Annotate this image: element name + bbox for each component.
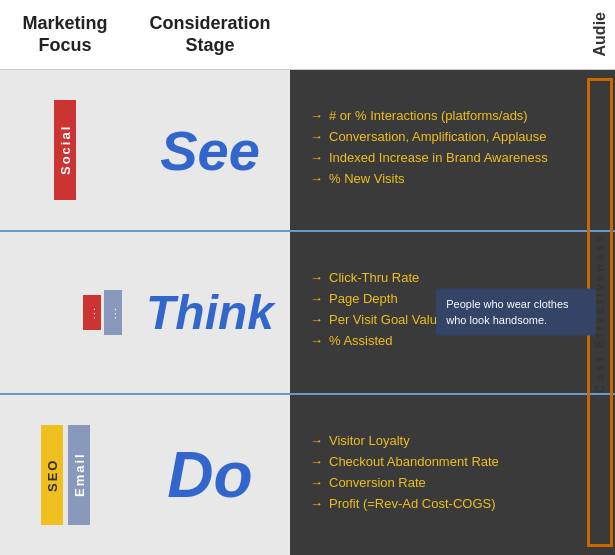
metric-think-2: Page Depth (310, 291, 444, 306)
marketing-col-think: ... ... (0, 232, 130, 392)
header-col1: Marketing Focus (0, 0, 130, 69)
marketing-col-see: Social (0, 70, 130, 230)
header-col4: Audie (585, 0, 615, 69)
metric-see-3: Indexed Increase in Brand Awareness (310, 150, 548, 165)
metric-think-1: Click-Thru Rate (310, 270, 444, 285)
stage-label-do: Do (167, 438, 252, 512)
bracket-right-line (610, 78, 613, 547)
seo-box: SEO (41, 425, 63, 525)
row-do: SEO Email Do Visitor Loyalty Checkout Ab… (0, 395, 615, 555)
header: Marketing Focus Consideration Stage Audi… (0, 0, 615, 70)
tooltip-overlay: People who wear clothes who look handsom… (436, 289, 596, 336)
metric-see-1: # or % Interactions (platforms/ads) (310, 108, 548, 123)
metrics-list-do: Visitor Loyalty Checkout Abandonment Rat… (310, 433, 499, 517)
metric-think-3: Per Visit Goal Value (310, 312, 444, 327)
main-container: Marketing Focus Consideration Stage Audi… (0, 0, 615, 555)
row-think: ... ... Think Click-Thru Rate Page Depth… (0, 232, 615, 394)
small-blue-box-think: ... (104, 290, 122, 335)
header-col3 (290, 0, 585, 69)
bracket-top-cap (587, 78, 613, 81)
metrics-col-think: Click-Thru Rate Page Depth Per Visit Goa… (290, 232, 615, 392)
metrics-col-see: # or % Interactions (platforms/ads) Conv… (290, 70, 615, 230)
header-marketing-focus: Marketing Focus (22, 13, 107, 56)
header-audience: Audie (591, 12, 609, 56)
small-red-box-think: ... (83, 295, 101, 330)
stage-col-see: See (130, 70, 290, 230)
stage-label-see: See (160, 118, 260, 183)
metric-do-3: Conversion Rate (310, 475, 499, 490)
marketing-col-do: SEO Email (0, 395, 130, 555)
metric-think-4: % Assisted (310, 333, 444, 348)
stage-label-think: Think (146, 285, 274, 340)
metric-see-2: Conversation, Amplification, Applause (310, 129, 548, 144)
bracket-bottom-cap (587, 544, 613, 547)
metric-do-1: Visitor Loyalty (310, 433, 499, 448)
header-col2: Consideration Stage (130, 0, 290, 69)
metric-see-4: % New Visits (310, 171, 548, 186)
stage-col-do: Do (130, 395, 290, 555)
metric-do-2: Checkout Abandonment Rate (310, 454, 499, 469)
metrics-col-do: Visitor Loyalty Checkout Abandonment Rat… (290, 395, 615, 555)
social-box: Social (54, 100, 76, 200)
stage-col-think: Think (130, 232, 290, 392)
metrics-list-think: Click-Thru Rate Page Depth Per Visit Goa… (310, 270, 444, 354)
metrics-list-see: # or % Interactions (platforms/ads) Conv… (310, 108, 548, 192)
content-rows: Social See # or % Interactions (platform… (0, 70, 615, 555)
row-see: Social See # or % Interactions (platform… (0, 70, 615, 232)
header-consideration-stage: Consideration Stage (149, 13, 270, 56)
metric-do-4: Profit (=Rev-Ad Cost-COGS) (310, 496, 499, 511)
email-box: Email (68, 425, 90, 525)
